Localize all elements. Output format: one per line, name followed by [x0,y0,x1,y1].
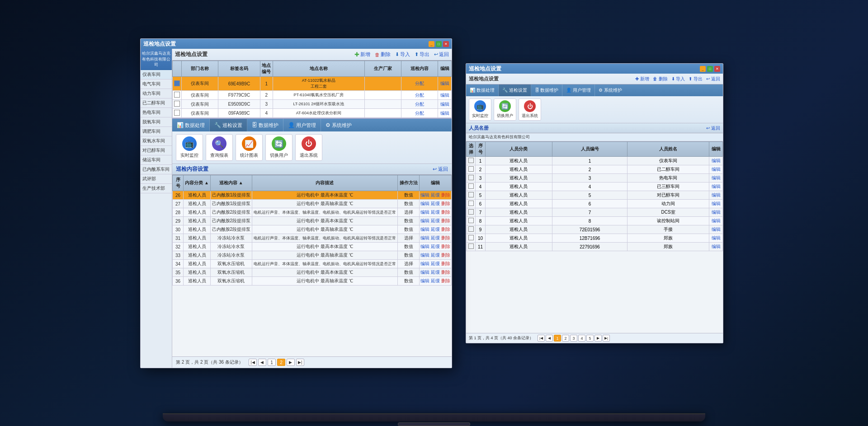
nav-user-management[interactable]: 👤 用户管理 [283,119,321,131]
insp-delay-29[interactable]: 延缓 [431,218,440,223]
nav-data-maintenance[interactable]: 🗄 数据维护 [247,119,283,131]
bw-btn-export[interactable]: ⬆ 导出 [689,76,703,82]
icon-stats-chart[interactable]: 📈 统计图表 [236,134,263,161]
bw-page-1-active[interactable]: 1 [554,335,561,342]
insp-del-31[interactable]: 删除 [441,235,450,240]
action-assign-4[interactable]: 分配 [415,111,424,116]
bw-btn-import[interactable]: ⬇ 导入 [671,76,685,82]
insp-del-26[interactable]: 删除 [441,192,450,197]
nav-patrol-settings[interactable]: 🔧 巡检设置 [210,119,247,131]
bw-edit-9[interactable]: 编辑 [712,227,721,232]
sidebar-item-fertilizer[interactable]: 调肥车间 [141,127,172,136]
icon-exit-system[interactable]: ⏻ 退出系统 [295,134,322,161]
insp-delay-36[interactable]: 延缓 [431,278,440,283]
bw-icon-exit[interactable]: ⏻ 退出系统 [519,98,541,121]
page-prev[interactable]: ◀ [258,359,266,366]
insp-edit-36[interactable]: 编辑 [420,278,429,283]
nav-data-process[interactable]: 📊 数据处理 [172,119,210,131]
insp-delay-32[interactable]: 延缓 [431,244,440,249]
insp-del-34[interactable]: 删除 [441,261,450,266]
insp-edit-26[interactable]: 编辑 [420,192,429,197]
btn-delete[interactable]: 🗑 删除 [375,51,391,58]
sidebar-item-power[interactable]: 动力车间 [141,89,172,98]
bw-page-last[interactable]: ▶| [603,335,610,342]
sidebar-item-instruments[interactable]: 仪表车间 [141,70,172,80]
win-close-btn[interactable]: ✕ [443,41,449,47]
bw-maximize[interactable]: □ [707,66,713,72]
bw-btn-delete[interactable]: 🗑 删除 [653,76,668,82]
insp-delay-31[interactable]: 延缓 [431,235,440,240]
insp-edit-29[interactable]: 编辑 [420,218,429,223]
action-assign-2[interactable]: 分配 [415,93,424,98]
bw-edit-6[interactable]: 编辑 [712,201,721,206]
action-edit-1[interactable]: 编辑 [440,81,449,86]
bw-edit-3[interactable]: 编辑 [712,175,721,180]
bw-edit-1[interactable]: 编辑 [712,158,721,163]
insp-del-28[interactable]: 删除 [441,210,450,215]
icon-realtime-monitor[interactable]: 📺 实时监控 [176,134,203,161]
insp-edit-32[interactable]: 编辑 [420,244,429,249]
page-next[interactable]: ▶ [287,359,295,366]
sidebar-item-deox[interactable]: 脱氧车间 [141,117,172,127]
bw-page-2[interactable]: 2 [562,335,569,342]
action-assign-3[interactable]: 分配 [415,102,424,107]
bw-nav-user[interactable]: 👤 用户管理 [562,84,595,96]
icon-query-report[interactable]: 🔍 查询报表 [206,134,233,161]
insp-edit-33[interactable]: 编辑 [420,253,429,257]
win-minimize-btn[interactable]: _ [429,41,434,47]
insp-del-35[interactable]: 删除 [441,270,450,275]
bw-btn-back[interactable]: ↩ 返回 [706,76,720,82]
insp-del-29[interactable]: 删除 [441,218,450,223]
sidebar-item-electric[interactable]: 电气车间 [141,80,172,89]
bw-edit-4[interactable]: 编辑 [712,184,721,189]
action-assign-1[interactable]: 分配 [415,81,424,86]
insp-delay-26[interactable]: 延缓 [431,192,440,197]
inspection-back[interactable]: ↩ 返回 [433,166,448,173]
bw-icon-switch[interactable]: 🔄 切换用户 [494,98,516,121]
bw-page-4[interactable]: 4 [578,335,585,342]
nav-system-maintenance[interactable]: ⚙ 系统维护 [321,119,356,131]
bw-edit-11[interactable]: 编辑 [712,244,721,249]
sidebar-item-diol[interactable]: 已二醇车间 [141,98,172,108]
bw-page-3[interactable]: 3 [570,335,577,342]
bw-icon-realtime[interactable]: 📺 实时监控 [469,98,491,121]
insp-del-33[interactable]: 删除 [441,253,450,257]
bw-user-back[interactable]: ↩ 返回 [706,125,720,131]
action-edit-4[interactable]: 编辑 [440,111,449,116]
action-edit-3[interactable]: 编辑 [440,102,449,107]
sidebar-item-pta[interactable]: 对已醇车间 [141,146,172,155]
sidebar-item-production[interactable]: 生产技术部 [141,184,172,193]
insp-delay-28[interactable]: 延缓 [431,210,440,215]
icon-switch-user[interactable]: 🔄 切换用户 [265,134,292,161]
bw-edit-8[interactable]: 编辑 [712,218,721,223]
insp-delay-27[interactable]: 延缓 [431,201,440,206]
insp-edit-35[interactable]: 编辑 [420,270,429,275]
bw-edit-5[interactable]: 编辑 [712,192,721,197]
action-edit-2[interactable]: 编辑 [440,93,449,98]
insp-del-36[interactable]: 删除 [441,278,450,283]
insp-del-32[interactable]: 删除 [441,244,450,249]
bw-page-5[interactable]: 5 [586,335,594,342]
bw-edit-7[interactable]: 编辑 [712,210,721,215]
page-2-active[interactable]: 2 [277,359,285,366]
bw-nav-patrol[interactable]: 🔧 巡检设置 [499,84,531,96]
sidebar-item-wu[interactable]: 武评部 [141,174,172,184]
bw-minimize[interactable]: _ [700,66,706,72]
insp-edit-27[interactable]: 编辑 [420,201,429,206]
bw-edit-2[interactable]: 编辑 [712,167,721,172]
btn-back[interactable]: ↩ 返回 [434,51,449,58]
sidebar-item-h2o2[interactable]: 双氧水车间 [141,136,172,146]
sidebar-item-heat[interactable]: 热电车间 [141,108,172,117]
insp-del-27[interactable]: 删除 [441,201,450,206]
sidebar-item-caprolactam[interactable]: 已内酰系车间 [141,165,172,174]
btn-export[interactable]: ⬆ 导出 [415,51,429,58]
insp-edit-30[interactable]: 编辑 [420,227,429,232]
insp-delay-30[interactable]: 延缓 [431,227,440,232]
page-1[interactable]: 1 [268,359,276,366]
insp-edit-34[interactable]: 编辑 [420,261,429,266]
bw-close[interactable]: ✕ [714,66,720,72]
insp-delay-34[interactable]: 延缓 [431,261,440,266]
bw-edit-10[interactable]: 编辑 [712,235,721,240]
insp-edit-31[interactable]: 编辑 [420,235,429,240]
page-last[interactable]: ▶| [296,359,304,366]
